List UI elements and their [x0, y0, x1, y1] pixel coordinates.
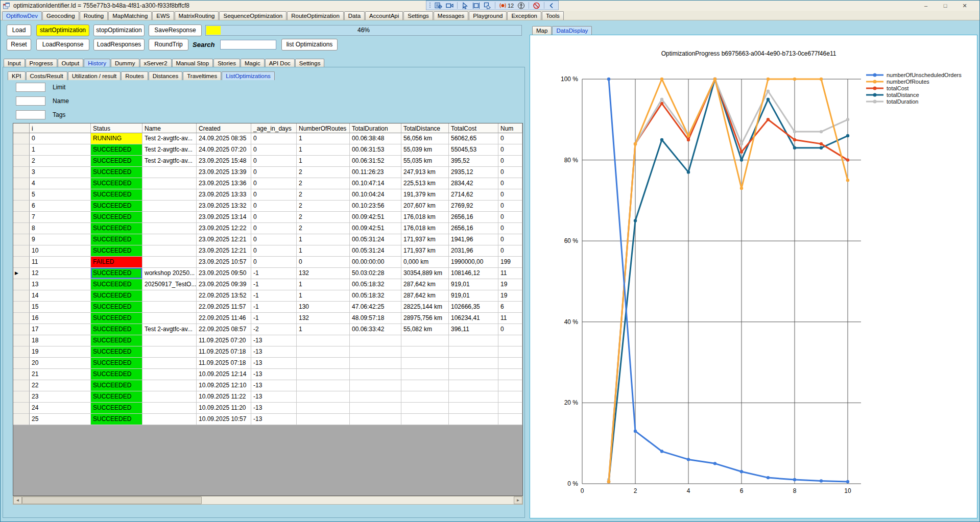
- row-header-cell[interactable]: [13, 257, 30, 268]
- tab-dummy[interactable]: Dummy: [111, 59, 139, 67]
- grid-horizontal-scrollbar[interactable]: ◄ ►: [13, 496, 523, 505]
- display-adorners-icon[interactable]: [472, 2, 480, 9]
- limit-filter-input[interactable]: [16, 83, 45, 92]
- sub-tab-distances[interactable]: Distances: [149, 71, 183, 80]
- sub-tab-routes[interactable]: Routes: [121, 71, 148, 80]
- table-row[interactable]: 1SUCCEEDEDTest 2-avgtfc-av...24.09.2025 …: [13, 144, 522, 156]
- maximize-icon[interactable]: □: [936, 1, 955, 11]
- column-header-status[interactable]: Status: [91, 123, 142, 133]
- table-row[interactable]: 25SUCCEEDED10.09.2025 10:57-13: [13, 414, 522, 425]
- column-header-age-in-days[interactable]: _age_in_days: [251, 123, 297, 133]
- menu-tab-settings[interactable]: Settings: [403, 11, 433, 20]
- menu-tab-accountapi[interactable]: AccountApi: [365, 11, 403, 20]
- load-button[interactable]: Load: [7, 24, 31, 36]
- table-row[interactable]: 20SUCCEEDED11.09.2025 07:18-13: [13, 358, 522, 369]
- row-header-cell[interactable]: [13, 369, 30, 380]
- table-row[interactable]: 5SUCCEEDED23.09.2025 13:330200.10:04:241…: [13, 189, 522, 201]
- table-row[interactable]: 8SUCCEEDED23.09.2025 12:220200.09:42:511…: [13, 223, 522, 234]
- column-header-name[interactable]: Name: [142, 123, 197, 133]
- row-header-cell[interactable]: [13, 201, 30, 212]
- load-response-button[interactable]: LoadResponse: [36, 39, 89, 51]
- row-header-cell[interactable]: [13, 414, 30, 425]
- row-header-cell[interactable]: [13, 279, 30, 290]
- column-header-totaldistance[interactable]: TotalDistance: [401, 123, 449, 133]
- row-header-cell[interactable]: [13, 403, 30, 414]
- column-header-totalcost[interactable]: TotalCost: [449, 123, 498, 133]
- accessibility-checker-icon[interactable]: [517, 2, 525, 9]
- row-header-cell[interactable]: [13, 324, 30, 335]
- breakpoint-counter-icon[interactable]: 12: [499, 2, 514, 9]
- tab-manual-stop[interactable]: Manual Stop: [172, 59, 213, 67]
- menu-tab-data[interactable]: Data: [344, 11, 365, 20]
- table-row[interactable]: 2SUCCEEDEDTest 2-avgtfc-av...23.09.2025 …: [13, 156, 522, 167]
- tab-xserver2[interactable]: xServer2: [140, 59, 172, 67]
- load-responses-button[interactable]: LoadResponses: [93, 39, 145, 51]
- search-input[interactable]: [220, 40, 276, 49]
- table-row[interactable]: 22SUCCEEDED10.09.2025 12:10-13: [13, 380, 522, 391]
- table-row[interactable]: 4SUCCEEDED23.09.2025 13:360200.10:47:142…: [13, 178, 522, 189]
- round-trip-button[interactable]: RoundTrip: [149, 39, 188, 51]
- table-row[interactable]: 3SUCCEEDED23.09.2025 13:390200.11:26:232…: [13, 167, 522, 178]
- tab-settings[interactable]: Settings: [295, 59, 325, 67]
- table-row[interactable]: 19SUCCEEDED11.09.2025 07:18-13: [13, 346, 522, 358]
- menu-tab-playground[interactable]: Playground: [469, 11, 507, 20]
- row-header-cell[interactable]: [13, 178, 30, 189]
- table-row[interactable]: 21SUCCEEDED10.09.2025 12:14-13: [13, 369, 522, 380]
- sub-tab-listoptimizations[interactable]: ListOptimizations: [222, 71, 275, 80]
- table-row[interactable]: 11FAILED23.09.2025 10:570000.00:00:000,0…: [13, 257, 522, 268]
- start-optimization-button[interactable]: startOptimization: [36, 24, 89, 36]
- row-header-cell[interactable]: [13, 391, 30, 403]
- table-row[interactable]: 23SUCCEEDED10.09.2025 11:22-13: [13, 391, 522, 403]
- row-header-cell[interactable]: [13, 223, 30, 234]
- column-header-totalduration[interactable]: TotalDuration: [350, 123, 401, 133]
- column-header-i[interactable]: i: [30, 123, 91, 133]
- menu-tab-messages[interactable]: Messages: [434, 11, 468, 20]
- table-row[interactable]: 15SUCCEEDED22.09.2025 11:57-113047.06:42…: [13, 302, 522, 313]
- row-header-cell[interactable]: [13, 189, 30, 201]
- row-header-cell[interactable]: [13, 212, 30, 223]
- close-icon[interactable]: ✕: [955, 1, 974, 11]
- tab-magic[interactable]: Magic: [241, 59, 265, 67]
- menu-tab-matrixrouting[interactable]: MatrixRouting: [175, 11, 219, 20]
- stop-optimization-button[interactable]: stopOptimization: [93, 24, 145, 36]
- menu-tab-tools[interactable]: Tools: [542, 11, 564, 20]
- minimize-icon[interactable]: –: [916, 1, 936, 11]
- list-optimizations-button[interactable]: list Optimizations: [281, 39, 338, 51]
- save-response-button[interactable]: SaveResponse: [149, 24, 202, 36]
- grid-corner-cell[interactable]: [13, 123, 30, 133]
- row-header-cell[interactable]: [13, 380, 30, 391]
- table-row[interactable]: 16SUCCEEDED22.09.2025 11:46-113248.09:57…: [13, 313, 522, 324]
- table-row[interactable]: 24SUCCEEDED10.09.2025 11:20-13: [13, 403, 522, 414]
- tab-history[interactable]: History: [84, 59, 110, 67]
- sub-tab-kpi[interactable]: KPI: [8, 71, 26, 80]
- row-header-cell[interactable]: [13, 245, 30, 257]
- tags-filter-input[interactable]: [16, 110, 45, 119]
- table-row[interactable]: 9SUCCEEDED23.09.2025 12:210100.05:31:241…: [13, 234, 522, 245]
- menu-tab-mapmatching[interactable]: MapMatching: [108, 11, 152, 20]
- row-header-cell[interactable]: [13, 156, 30, 167]
- column-header-created[interactable]: Created: [197, 123, 251, 133]
- chevron-left-icon[interactable]: [548, 2, 556, 9]
- table-row[interactable]: 17SUCCEEDEDTest 2-avgtfc-av...22.09.2025…: [13, 324, 522, 335]
- table-row[interactable]: 14SUCCEEDED22.09.2025 13:52-1100.05:18:3…: [13, 290, 522, 302]
- select-element-icon[interactable]: [461, 2, 469, 9]
- table-row[interactable]: ▶12SUCCEEDEDworkshop 20250...23.09.2025 …: [13, 268, 522, 279]
- table-row[interactable]: 13SUCCEEDED20250917_TestO...23.09.2025 0…: [13, 279, 522, 290]
- menu-tab-routeoptimization[interactable]: RouteOptimization: [287, 11, 344, 20]
- row-header-cell[interactable]: [13, 167, 30, 178]
- table-row[interactable]: 18SUCCEEDED11.09.2025 07:20-13: [13, 335, 522, 346]
- menu-tab-optiflowdev[interactable]: OptiflowDev: [2, 11, 42, 20]
- column-header-numberofroutes[interactable]: NumberOfRoutes: [297, 123, 350, 133]
- tab-api-doc[interactable]: API Doc: [265, 59, 295, 67]
- track-focus-icon[interactable]: [484, 2, 491, 9]
- reset-button[interactable]: Reset: [7, 39, 31, 51]
- disable-adorners-icon[interactable]: [533, 2, 540, 9]
- tab-stories[interactable]: Stories: [213, 59, 240, 67]
- menu-tab-exception[interactable]: Exception: [507, 11, 541, 20]
- right-tab-datadisplay[interactable]: DataDisplay: [552, 26, 592, 35]
- row-header-cell[interactable]: [13, 346, 30, 358]
- table-row[interactable]: 10SUCCEEDED23.09.2025 12:210100.05:31:24…: [13, 245, 522, 257]
- row-header-cell[interactable]: [13, 302, 30, 313]
- tab-progress[interactable]: Progress: [26, 59, 57, 67]
- name-filter-input[interactable]: [16, 96, 45, 106]
